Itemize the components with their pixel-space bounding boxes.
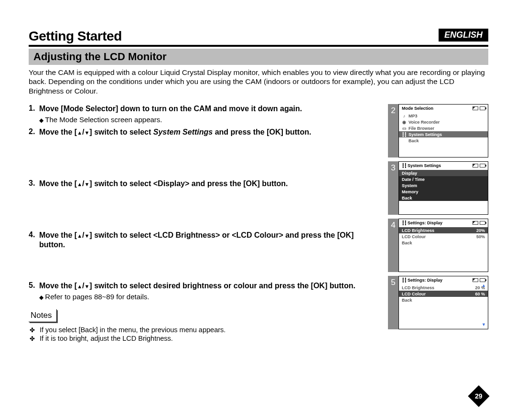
settings-icon: ┇┇	[402, 278, 407, 283]
step-heading: Move the [/] switch to select System Set…	[39, 127, 377, 137]
menu-item-back[interactable]: Back	[399, 137, 488, 144]
screen-title: ┇┇System Settings	[402, 163, 441, 168]
step-number: 4.	[29, 231, 39, 250]
menu-item-lcd-colour[interactable]: LCD Colour50%	[399, 233, 488, 240]
section-title: Adjusting the LCD Monitor	[29, 49, 488, 65]
menu-item-system-settings[interactable]: ┇┇System Settings	[399, 131, 488, 137]
card-icon	[473, 278, 478, 282]
screen-tag: 3	[388, 161, 398, 215]
menu-item-display[interactable]: Display	[399, 170, 488, 176]
status-icons	[473, 164, 485, 168]
step-number: 5.	[29, 281, 39, 301]
menu-item-back[interactable]: Back	[399, 297, 488, 303]
menu-item-memory[interactable]: Memory	[399, 189, 488, 195]
menu-item-back[interactable]: Back	[399, 240, 488, 246]
menu-item-lcd-brightness[interactable]: LCD Brightness20%	[399, 227, 488, 233]
step-number: 1.	[29, 104, 39, 124]
battery-icon	[480, 106, 485, 110]
settings-icon: ┇┇	[402, 220, 407, 225]
notes-header: Notes	[29, 309, 57, 322]
battery-icon	[480, 221, 485, 225]
up-arrow-icon	[77, 179, 82, 189]
status-icons	[473, 221, 485, 225]
menu-item-mp3[interactable]: ♪MP3	[399, 113, 488, 119]
down-arrow-icon	[84, 128, 89, 136]
up-arrow-icon	[77, 231, 82, 240]
step-list: 1. Move [Mode Selector] down to turn on …	[29, 104, 377, 343]
menu-item-lcd-colour[interactable]: LCD Colour60 %	[399, 291, 488, 297]
screen-title: Mode Selection	[402, 106, 433, 111]
up-arrow-icon	[77, 281, 82, 291]
step-sub: The Mode Selection screen appears.	[39, 116, 377, 124]
up-arrow-indicator[interactable]: ▲	[482, 283, 486, 288]
battery-icon	[480, 164, 485, 168]
page-number: 29	[468, 385, 489, 407]
screen-title: ┇┇Settings: Display	[402, 278, 442, 283]
step-heading: Move the [/] switch to select <Display> …	[39, 179, 377, 189]
menu-item-voice-recorder[interactable]: ◉Voice Recorder	[399, 119, 488, 125]
step-heading: Move the [/] switch to select desired br…	[39, 281, 377, 291]
screen-4: 4 ┇┇Settings: Display LCD Brightness20% …	[388, 219, 488, 272]
menu-item-date-time[interactable]: Date / Time	[399, 176, 488, 182]
card-icon	[473, 221, 478, 225]
screen-tag: 5	[388, 276, 398, 329]
step-4: 4. Move the [/] switch to select <LCD Br…	[29, 231, 377, 250]
language-badge: ENGLISH	[439, 29, 488, 42]
down-arrow-icon	[84, 231, 89, 239]
down-arrow-icon	[84, 282, 89, 290]
screen-thumbnails: 2 Mode Selection ♪MP3 ◉Voice Recorder ▭F…	[388, 104, 488, 343]
settings-icon: ┇┇	[402, 163, 407, 168]
screen-tag: 2	[388, 104, 398, 158]
step-heading: Move [Mode Selector] down to turn on the…	[39, 104, 377, 114]
status-icons	[473, 278, 485, 282]
note-line: If it is too bright, adjust the LCD Brig…	[29, 335, 377, 342]
screen-3: 3 ┇┇System Settings Display Date / Time …	[388, 161, 488, 215]
battery-icon	[480, 278, 485, 282]
screen-2: 2 Mode Selection ♪MP3 ◉Voice Recorder ▭F…	[388, 104, 488, 158]
up-arrow-icon	[77, 127, 82, 137]
screen-tag: 4	[388, 219, 398, 272]
screen-title: ┇┇Settings: Display	[402, 220, 442, 225]
screen-5: 5 ┇┇Settings: Display ▲ LCD Brightness20…	[388, 276, 488, 329]
note-line: If you select [Back] in the menu, the pr…	[29, 326, 377, 334]
down-arrow-indicator[interactable]: ▼	[482, 322, 486, 327]
menu-item-back[interactable]: Back	[399, 195, 488, 201]
menu-item-lcd-brightness[interactable]: LCD Brightness20 %	[399, 284, 488, 291]
status-icons	[473, 106, 485, 110]
card-icon	[473, 106, 478, 110]
music-icon: ♪	[402, 114, 407, 118]
card-icon	[473, 164, 478, 168]
intro-paragraph: Your the CAM is equipped with a colour L…	[29, 68, 488, 95]
menu-item-system[interactable]: System	[399, 182, 488, 189]
step-number: 2.	[29, 127, 39, 137]
step-number: 3.	[29, 179, 39, 189]
settings-icon: ┇┇	[402, 132, 407, 137]
step-sub: Refer to pages 88~89 for details.	[39, 293, 377, 301]
step-5: 5. Move the [/] switch to select desired…	[29, 281, 377, 301]
down-arrow-icon	[84, 179, 89, 188]
step-heading: Move the [/] switch to select <LCD Brigh…	[39, 231, 377, 250]
step-1: 1. Move [Mode Selector] down to turn on …	[29, 104, 377, 124]
step-3: 3. Move the [/] switch to select <Displa…	[29, 179, 377, 189]
mic-icon: ◉	[402, 120, 407, 125]
step-2: 2. Move the [/] switch to select System …	[29, 127, 377, 137]
chapter-title: Getting Started	[29, 29, 488, 47]
menu-item-file-browser[interactable]: ▭File Browser	[399, 125, 488, 131]
folder-icon: ▭	[402, 126, 407, 131]
